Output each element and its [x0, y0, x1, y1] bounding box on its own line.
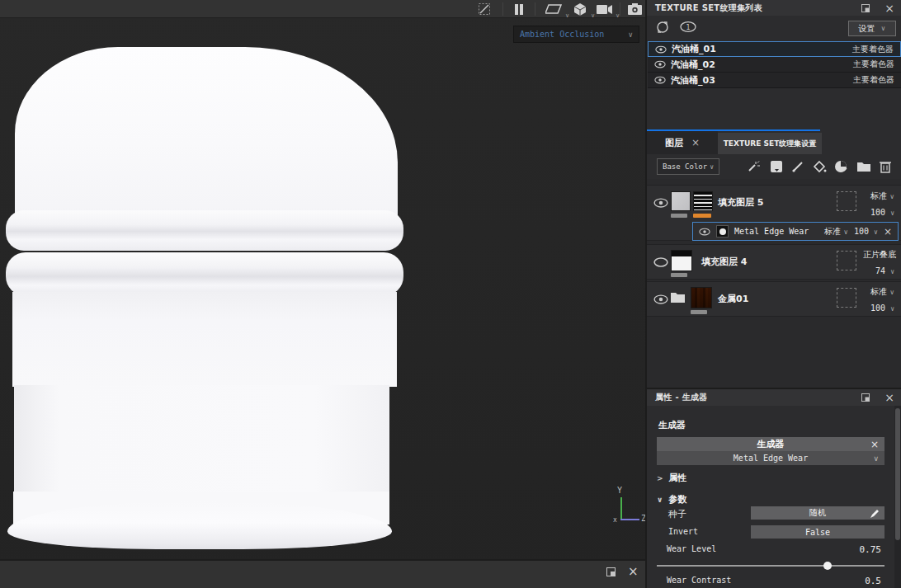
y-axis-line [620, 497, 622, 520]
viewport-3d[interactable]: Ambient Occlusion ∨ Y Z x [0, 0, 645, 588]
section-parameters-toggle[interactable]: ∨参数 [657, 493, 686, 506]
texture-set-row[interactable]: 汽油桶_01 主要着色器 [648, 41, 901, 57]
layer-row-fill-5[interactable]: 填充图层 5 标准 ∨ 100 ∨ Metal Edge Wear 标准 ∨ 1… [647, 185, 901, 241]
material-mode-icon[interactable] [655, 21, 670, 34]
chevron-down-icon: ∨ [890, 305, 894, 313]
toolbar-separator [502, 2, 503, 16]
scrollbar-thumb[interactable] [895, 408, 900, 540]
barrel-foot-flare [7, 501, 392, 549]
generator-heading: 生成器 [658, 419, 686, 431]
smart-material-icon[interactable] [832, 158, 850, 175]
view-3d-button[interactable]: ∨ [571, 2, 589, 16]
seed-label: 种子 [668, 508, 686, 520]
slider-track[interactable] [657, 565, 884, 567]
texture-set-panel-title: TEXTURE SET纹理集列表 [655, 2, 762, 14]
section-parameters-label: 参数 [668, 494, 686, 505]
shader-label[interactable]: 主要着色器 [853, 59, 894, 70]
view-2d-button[interactable]: ∨ [544, 2, 564, 16]
eye-icon[interactable] [654, 76, 666, 84]
chevron-down-icon: ∨ [889, 193, 894, 200]
clear-generator-icon[interactable]: × [870, 439, 879, 450]
opacity-select[interactable]: 100 ∨ [870, 303, 894, 313]
invert-value-button[interactable]: False [751, 525, 884, 539]
add-effect-wand-icon[interactable] [744, 158, 762, 175]
layer-row-fill-4[interactable]: 填充图层 4 正片叠底 74 ∨ [647, 244, 901, 280]
folder-thumbnail[interactable] [691, 287, 712, 308]
layer-thumbnail[interactable] [671, 191, 691, 211]
toolbar-separator [535, 2, 535, 16]
layer-hidden-eye-icon[interactable] [653, 257, 668, 267]
close-panel-icon[interactable]: × [884, 3, 894, 13]
effect-opacity-select[interactable]: 100 ∨ [854, 227, 878, 236]
blend-mode-select[interactable]: 标准 ∨ [870, 191, 894, 202]
restore-panel-icon[interactable] [861, 393, 870, 402]
blend-mode-select[interactable]: 正片叠底 [863, 249, 896, 261]
wear-level-slider[interactable] [657, 562, 884, 570]
bucket-fill-icon[interactable] [810, 158, 828, 175]
mask-thumbnail[interactable] [693, 191, 713, 211]
layer-eye-icon[interactable] [653, 198, 668, 208]
layers-toolbar: Base Color ∨ [647, 154, 901, 179]
generator-picker[interactable]: 生成器 × Metal Edge Wear ∨ [657, 437, 884, 465]
pause-button[interactable] [512, 2, 526, 16]
section-properties-toggle[interactable]: >属性 [657, 472, 687, 484]
settings-dropdown-button[interactable]: 设置 ∨ [848, 21, 896, 36]
wear-level-value[interactable]: 0.75 [860, 544, 882, 555]
remove-effect-icon[interactable]: × [884, 227, 892, 237]
shading-mode-select[interactable]: Ambient Occlusion ∨ [513, 26, 639, 43]
tab-texture-set-settings[interactable]: TEXTURE SET纹理集设置 [718, 133, 822, 154]
properties-panel-body: 生成器 生成器 × Metal Edge Wear ∨ >属性 ∨参数 种子 [647, 406, 901, 588]
slider-thumb[interactable] [823, 562, 832, 570]
axis-origin-label: x [613, 516, 617, 524]
texture-set-row[interactable]: 汽油桶_03 主要着色器 [648, 73, 901, 88]
texture-set-row[interactable]: 汽油桶_02 主要着色器 [648, 57, 901, 73]
close-panel-icon[interactable]: × [628, 567, 639, 576]
add-fill-layer-icon[interactable] [767, 158, 785, 175]
blend-mode-select[interactable]: 标准 ∨ [870, 286, 894, 298]
mask-link-icon[interactable] [837, 191, 856, 211]
y-axis-label: Y [617, 486, 622, 495]
tab-close-icon[interactable]: × [691, 137, 700, 148]
opacity-select[interactable]: 74 ∨ [875, 266, 894, 275]
solo-channel-icon[interactable]: 1 [680, 21, 696, 32]
texture-set-panel-header: TEXTURE SET纹理集列表 × [647, 0, 901, 16]
stencil-toggle-button[interactable] [477, 2, 492, 16]
eye-icon[interactable] [654, 60, 666, 68]
chevron-down-icon: ∨ [565, 12, 569, 19]
seed-random-button[interactable]: 随机 [751, 506, 884, 520]
add-paint-layer-icon[interactable] [789, 158, 807, 175]
restore-panel-icon[interactable] [861, 4, 870, 12]
close-panel-icon[interactable]: × [884, 393, 894, 402]
camera-view-button[interactable]: ∨ [594, 2, 614, 16]
effect-blend-select[interactable]: 标准 ∨ [824, 226, 848, 238]
chevron-down-icon: ∨ [657, 496, 663, 504]
opacity-select[interactable]: 100 ∨ [870, 208, 894, 217]
z-axis-line [620, 519, 639, 520]
shader-label[interactable]: 主要着色器 [852, 44, 894, 55]
tab-layers[interactable]: 图层 × [647, 131, 718, 154]
mask-link-icon[interactable] [837, 251, 856, 270]
add-folder-icon[interactable] [855, 158, 873, 175]
screenshot-button[interactable] [626, 2, 643, 16]
shader-label[interactable]: 主要着色器 [853, 74, 894, 86]
generator-picker-value-row[interactable]: Metal Edge Wear ∨ [657, 451, 884, 465]
layer-row-folder-metal01[interactable]: 金属01 标准 ∨ 100 ∨ [647, 281, 901, 317]
layer-name: 填充图层 5 [718, 196, 763, 209]
texture-set-name: 汽油桶_03 [671, 74, 715, 87]
eye-icon[interactable] [655, 45, 667, 54]
layer-name: 金属01 [718, 293, 748, 305]
scrollbar-track[interactable] [894, 406, 901, 588]
wear-contrast-value[interactable]: 0.5 [865, 576, 881, 586]
layer-thumbnail[interactable] [671, 250, 692, 271]
delete-layer-icon[interactable] [876, 158, 894, 175]
effect-name: Metal Edge Wear [734, 227, 809, 236]
restore-panel-icon[interactable] [606, 567, 616, 576]
app-window: Ambient Occlusion ∨ Y Z x ∨ ∨ [0, 0, 901, 588]
channel-select[interactable]: Base Color ∨ [657, 158, 719, 175]
mask-link-icon[interactable] [837, 288, 856, 308]
layer-eye-icon[interactable] [653, 294, 668, 304]
effect-eye-icon[interactable] [699, 228, 710, 236]
mask-effect-row[interactable]: Metal Edge Wear 标准 ∨ 100 ∨ × [692, 222, 899, 241]
chevron-down-icon: ∨ [890, 268, 894, 275]
barrel-rib-2 [6, 252, 403, 296]
